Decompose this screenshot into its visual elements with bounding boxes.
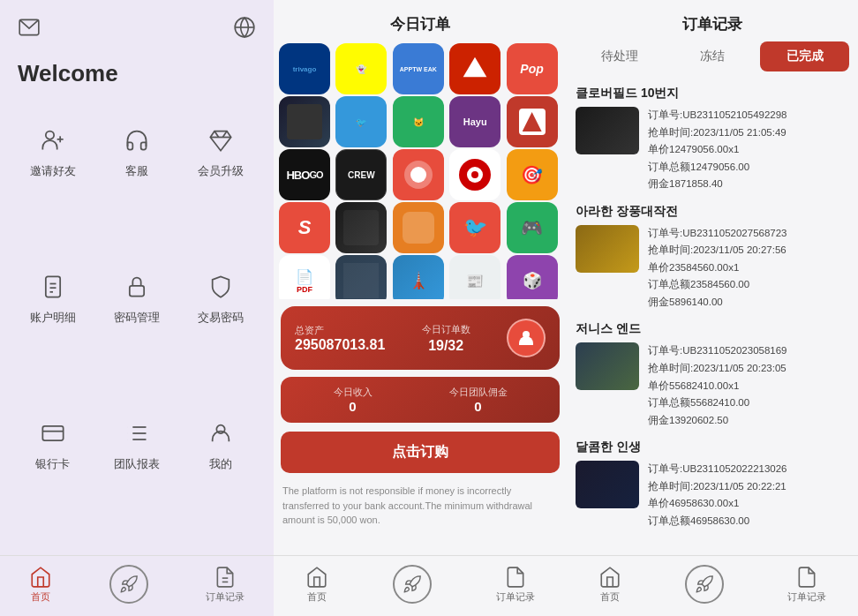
order-info-text: 订单号:UB2311052023058169抢单时间:2023/11/05 20… bbox=[648, 342, 849, 429]
avatar[interactable] bbox=[507, 319, 546, 357]
person-icon bbox=[203, 416, 238, 451]
app-game2[interactable] bbox=[335, 202, 387, 253]
menu-item-mine[interactable]: 我的 bbox=[183, 407, 260, 546]
tab-completed[interactable]: 已完成 bbox=[760, 41, 849, 71]
stats-left: 总资产 295087013.81 bbox=[295, 324, 385, 353]
menu-label-password: 密码管理 bbox=[114, 310, 160, 326]
order-section-title: 달콤한 인생 bbox=[576, 439, 849, 455]
app-paris[interactable]: 🗼 bbox=[393, 255, 444, 299]
order-card[interactable]: 订单号:UB2311052022213026抢单时间:2023/11/05 20… bbox=[576, 461, 849, 530]
today-income-value: 0 bbox=[334, 399, 373, 414]
menu-item-service[interactable]: 客服 bbox=[98, 114, 175, 253]
app-angry[interactable]: 🐦 bbox=[449, 202, 500, 253]
stats-orders: 今日订单数 19/32 bbox=[422, 323, 470, 354]
today-income: 今日收入 0 bbox=[334, 386, 373, 414]
menu-label-team: 团队报表 bbox=[114, 456, 160, 472]
left-nav-orders[interactable]: 订单记录 bbox=[206, 566, 245, 604]
middle-nav-rocket[interactable] bbox=[393, 565, 432, 604]
menu-grid: 邀请好友 客服 会员升级 账户明细 密码管理 bbox=[0, 105, 274, 555]
app-hayu[interactable]: Hayu bbox=[449, 96, 500, 147]
app-crew[interactable]: CREW bbox=[335, 149, 387, 200]
app-circle[interactable] bbox=[393, 149, 444, 200]
menu-label-mine: 我的 bbox=[209, 456, 232, 472]
app-app5[interactable] bbox=[449, 43, 500, 94]
app-trivago[interactable]: trivago bbox=[279, 43, 330, 94]
globe-icon[interactable] bbox=[233, 16, 256, 42]
menu-item-trade[interactable]: 交易密码 bbox=[183, 260, 260, 400]
mail-icon[interactable] bbox=[18, 16, 41, 42]
menu-item-password[interactable]: 密码管理 bbox=[98, 260, 175, 400]
app-snapchat[interactable]: 👻 bbox=[335, 43, 387, 94]
left-nav-home[interactable]: 首页 bbox=[29, 566, 52, 604]
app-letter[interactable]: S bbox=[279, 202, 330, 253]
order-card[interactable]: 订单号:UB2311052027568723抢单时间:2023/11/05 20… bbox=[576, 225, 849, 312]
menu-item-account[interactable]: 账户明细 bbox=[14, 260, 91, 400]
team-commission: 今日团队佣金 0 bbox=[449, 386, 508, 414]
order-card[interactable]: 订单号:UB2311052023058169抢单时间:2023/11/05 20… bbox=[576, 342, 849, 429]
today-income-label: 今日收入 bbox=[334, 386, 373, 399]
app-yellow[interactable]: 🎯 bbox=[507, 149, 558, 200]
right-nav-home[interactable]: 首页 bbox=[598, 566, 621, 604]
menu-item-team[interactable]: 团队报表 bbox=[98, 407, 175, 546]
right-nav-rocket[interactable] bbox=[685, 565, 724, 604]
orders-value: 19/32 bbox=[428, 338, 463, 354]
right-nav-home-label: 首页 bbox=[600, 590, 620, 604]
app-news[interactable]: 📰 bbox=[449, 255, 500, 299]
app-hbo[interactable]: HBOGO bbox=[279, 149, 330, 200]
left-nav-home-label: 首页 bbox=[31, 590, 50, 604]
order-thumb bbox=[576, 461, 639, 508]
stats-card: 总资产 295087013.81 今日订单数 19/32 bbox=[281, 306, 560, 370]
app-target[interactable] bbox=[449, 149, 500, 200]
order-info-text: 订单号:UB2311052105492298抢单时间:2023/11/05 21… bbox=[648, 107, 849, 193]
left-panel: Welcome 邀请好友 客服 会员升级 账户明细 bbox=[0, 0, 274, 616]
right-panel: 订单记录 待处理 冻结 已完成 클로버필드 10번지订单号:UB23110521… bbox=[567, 0, 858, 616]
tab-pending[interactable]: 待处理 bbox=[576, 41, 665, 71]
middle-title: 今日订单 bbox=[274, 0, 567, 43]
svg-rect-10 bbox=[130, 286, 144, 297]
tabs-row: 待处理 冻结 已完成 bbox=[576, 41, 849, 71]
headphones-icon bbox=[119, 123, 154, 158]
middle-nav-orders-label: 订单记录 bbox=[496, 590, 535, 604]
app-orange[interactable] bbox=[393, 202, 444, 253]
right-title: 订单记录 bbox=[567, 0, 858, 41]
team-commission-label: 今日团队佣金 bbox=[449, 386, 508, 399]
middle-nav-home[interactable]: 首页 bbox=[305, 566, 328, 604]
menu-label-service: 客服 bbox=[125, 163, 148, 179]
app-game3[interactable]: 🎮 bbox=[507, 202, 558, 253]
order-button[interactable]: 点击订购 bbox=[281, 432, 560, 473]
order-card[interactable]: 订单号:UB2311052105492298抢单时间:2023/11/05 21… bbox=[576, 107, 849, 193]
svg-rect-6 bbox=[45, 276, 59, 297]
svg-rect-11 bbox=[42, 426, 63, 440]
order-thumb bbox=[576, 342, 639, 390]
order-info: 订单号:UB2311052023058169抢单时间:2023/11/05 20… bbox=[648, 342, 849, 429]
menu-item-upgrade[interactable]: 会员升级 bbox=[183, 114, 260, 253]
app-grid: trivago 👻 APPTW EAK Pop 🐦 🐱 Hayu HBOGO C… bbox=[274, 43, 567, 299]
menu-label-account: 账户明细 bbox=[30, 310, 76, 326]
menu-item-invite[interactable]: 邀请好友 bbox=[14, 114, 91, 253]
menu-item-bank[interactable]: 银行卡 bbox=[14, 407, 91, 546]
right-nav-orders[interactable]: 订单记录 bbox=[787, 566, 826, 604]
tab-frozen[interactable]: 冻结 bbox=[668, 41, 757, 71]
order-section-title: 클로버필드 10번지 bbox=[576, 86, 849, 101]
right-bottom-nav: 首页 订单记录 bbox=[567, 555, 858, 616]
left-nav-rocket[interactable] bbox=[109, 565, 148, 604]
shield-icon bbox=[203, 269, 238, 304]
app-game4[interactable]: 🎲 bbox=[507, 255, 558, 299]
middle-nav-orders[interactable]: 订单记录 bbox=[496, 566, 535, 604]
middle-panel: 今日订单 trivago 👻 APPTW EAK Pop 🐦 🐱 Hayu HB… bbox=[274, 0, 567, 616]
order-section-title: 아라한 장풍대작전 bbox=[576, 204, 849, 220]
menu-label-invite: 邀请好友 bbox=[30, 163, 76, 179]
left-bottom-nav: 首页 订单记录 bbox=[0, 555, 274, 616]
app-red1[interactable] bbox=[507, 96, 558, 147]
app-apptweak[interactable]: APPTW EAK bbox=[393, 43, 444, 94]
order-thumb bbox=[576, 107, 639, 154]
app-bird[interactable]: 🐦 bbox=[335, 96, 387, 147]
app-pop[interactable]: Pop bbox=[507, 43, 558, 94]
right-nav-orders-label: 订单记录 bbox=[787, 590, 826, 604]
app-tom[interactable]: 🐱 bbox=[393, 96, 444, 147]
order-info-text: 订单号:UB2311052027568723抢单时间:2023/11/05 20… bbox=[648, 225, 849, 312]
app-pdf[interactable]: 📄PDF bbox=[279, 255, 330, 299]
app-game1[interactable] bbox=[279, 96, 330, 147]
app-shooter[interactable] bbox=[335, 255, 387, 299]
middle-nav-home-label: 首页 bbox=[307, 590, 327, 604]
